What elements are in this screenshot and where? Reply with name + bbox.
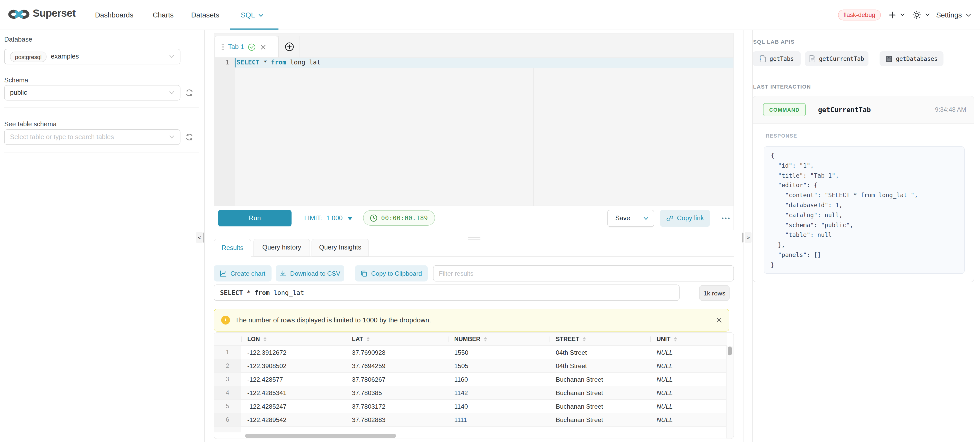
panel-resize-handle[interactable] xyxy=(468,237,480,241)
refresh-schemas-button[interactable] xyxy=(185,88,194,97)
vertical-scrollbar[interactable] xyxy=(726,346,733,439)
sort-icon xyxy=(263,337,266,341)
table-row[interactable]: 6 -122.4289542 37.7802883 1111 Buchanan … xyxy=(214,413,727,427)
table-row[interactable]: 2 -122.3908502 37.7694259 1505 04th Stre… xyxy=(214,359,727,373)
superset-logo[interactable]: Superset xyxy=(8,8,30,21)
more-actions-button[interactable] xyxy=(722,206,730,230)
response-code-line: } xyxy=(771,260,958,270)
plus-circle-icon xyxy=(285,42,294,51)
nav-datasets[interactable]: Datasets xyxy=(191,0,220,30)
collapse-right-panel-button[interactable]: > xyxy=(745,232,752,243)
plus-icon xyxy=(888,11,896,19)
editor-gutter: 1 xyxy=(214,58,235,206)
header-number[interactable]: NUMBER xyxy=(448,333,550,345)
run-button[interactable]: Run xyxy=(218,210,292,227)
response-code-line: { xyxy=(771,151,958,161)
sql-code-line: SELECT * from long_lat xyxy=(237,59,321,66)
copy-link-button[interactable]: Copy link xyxy=(660,210,710,227)
editor-tab[interactable]: Tab 1 xyxy=(214,36,279,58)
api-getdatabases-button[interactable]: getDatabases xyxy=(880,51,943,67)
response-code-line: "title": "Tab 1", xyxy=(771,171,958,181)
tab-results[interactable]: Results xyxy=(214,239,251,257)
api-getcurrenttab-button[interactable]: getCurrentTab xyxy=(805,51,869,67)
create-chart-button[interactable]: Create chart xyxy=(214,265,272,282)
header-street[interactable]: STREET xyxy=(550,333,651,345)
link-icon xyxy=(666,215,674,222)
save-dropdown-button[interactable] xyxy=(638,210,654,227)
table-row[interactable]: 3 -122.428577 37.7806267 1160 Buchanan S… xyxy=(214,373,727,386)
database-select[interactable]: postgresql examples xyxy=(4,49,180,64)
table-row[interactable]: 5 -122.4285247 37.7803172 1140 Buchanan … xyxy=(214,400,727,413)
filter-results-input[interactable]: Filter results xyxy=(433,265,734,282)
sidebar-drag-bar[interactable] xyxy=(203,233,204,243)
table-cell: 37.7802883 xyxy=(346,413,448,426)
row-number-cell: 6 xyxy=(214,413,241,426)
new-tab-button[interactable] xyxy=(278,36,300,58)
table-cell: Buchanan Street xyxy=(550,386,651,399)
last-interaction-card: COMMAND getCurrentTab 9:34:48 AM RESPONS… xyxy=(753,96,974,282)
drag-handle-icon xyxy=(221,44,224,50)
api-gettabs-button[interactable]: getTabs xyxy=(753,51,801,67)
save-split-button: Save xyxy=(608,210,654,227)
horizontal-scrollbar-thumb[interactable] xyxy=(245,434,396,438)
tab-query-history[interactable]: Query history xyxy=(254,239,310,257)
table-select[interactable]: Select table or type to search tables xyxy=(4,129,180,145)
tab-query-insights[interactable]: Query Insights xyxy=(312,239,369,257)
table-select-placeholder: Select table or type to search tables xyxy=(10,133,114,141)
row-count-button[interactable]: 1k rows xyxy=(699,286,730,301)
print-margin-line xyxy=(534,68,534,206)
settings-menu[interactable]: Settings xyxy=(936,0,971,30)
chevron-down-icon xyxy=(169,136,174,139)
refresh-icon xyxy=(185,132,194,142)
theme-toggle-button[interactable] xyxy=(912,0,930,30)
table-cell: Buchanan Street xyxy=(550,413,651,426)
sort-icon xyxy=(583,337,586,341)
header-unit[interactable]: UNIT xyxy=(651,333,727,345)
copy-clipboard-button[interactable]: Copy to Clipboard xyxy=(355,265,428,282)
column-separator xyxy=(550,337,550,342)
nav-sql[interactable]: SQL xyxy=(241,0,264,30)
collapse-sidebar-button[interactable]: < xyxy=(196,232,203,243)
refresh-tables-button[interactable] xyxy=(185,132,194,142)
table-cell: Buchanan Street xyxy=(550,400,651,413)
header-rownum xyxy=(214,333,241,345)
table-header: LON LAT NUMBER STREET UNIT xyxy=(214,333,727,346)
table-row[interactable]: 4 -122.4285341 37.780385 1142 Buchanan S… xyxy=(214,386,727,400)
alert-message: The number of rows displayed is limited … xyxy=(235,316,431,324)
save-button[interactable]: Save xyxy=(608,210,638,227)
results-tabbar-line xyxy=(214,257,734,257)
schema-value: public xyxy=(10,89,27,97)
response-code-line: "editor": { xyxy=(771,181,958,191)
row-number-cell: 2 xyxy=(214,359,241,372)
table-cell: NULL xyxy=(651,400,727,413)
close-tab-button[interactable] xyxy=(261,45,266,49)
database-engine-tag: postgresql xyxy=(10,51,47,62)
row-number-cell: 1 xyxy=(214,346,241,359)
table-cell: 1111 xyxy=(448,413,550,426)
header-lon[interactable]: LON xyxy=(241,333,346,345)
schema-select[interactable]: public xyxy=(4,85,180,101)
table-cell: -122.428577 xyxy=(241,373,346,386)
sql-code-editor[interactable]: 1 SELECT * from long_lat Run LIMIT: 1 00… xyxy=(214,57,734,230)
add-menu-button[interactable] xyxy=(888,0,905,30)
close-alert-button[interactable] xyxy=(716,317,722,323)
vertical-scrollbar-thumb[interactable] xyxy=(728,346,732,356)
table-row[interactable]: 1 -122.3912672 37.7690928 1550 04th Stre… xyxy=(214,346,727,359)
chevron-down-icon xyxy=(900,14,905,16)
nav-charts[interactable]: Charts xyxy=(153,0,174,30)
sidebar-divider xyxy=(4,107,199,108)
sidebar-divider xyxy=(4,152,199,153)
limit-dropdown[interactable]: LIMIT: 1 000 xyxy=(304,206,352,230)
column-separator xyxy=(346,337,347,342)
horizontal-scrollbar[interactable] xyxy=(214,432,727,439)
column-separator xyxy=(241,337,242,342)
table-cell: 04th Street xyxy=(550,359,651,372)
sort-icon xyxy=(484,337,487,341)
header-lat[interactable]: LAT xyxy=(346,333,448,345)
response-code-line: "catalog": null, xyxy=(771,211,958,220)
right-panel-drag-bar[interactable] xyxy=(742,233,744,243)
command-badge: COMMAND xyxy=(763,103,806,116)
copy-icon xyxy=(361,270,368,277)
nav-dashboards[interactable]: Dashboards xyxy=(95,0,134,30)
download-csv-button[interactable]: Download to CSV xyxy=(276,265,344,282)
